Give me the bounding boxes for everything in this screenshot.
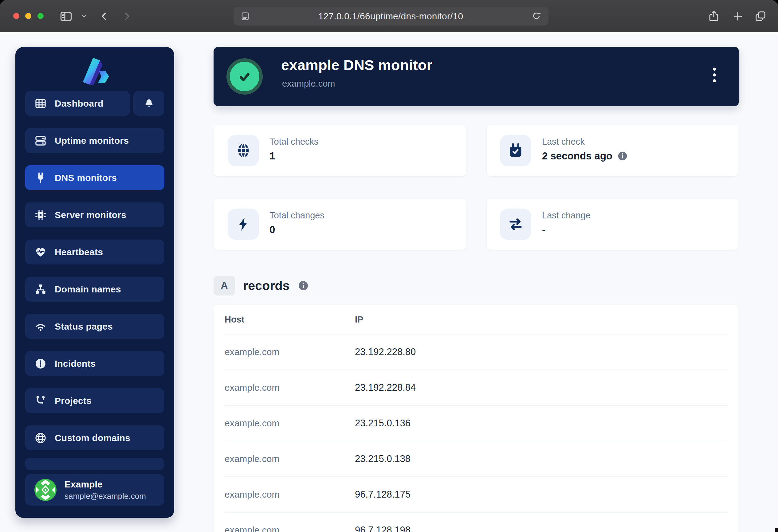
status-up-badge [226,58,263,95]
browser-toolbar: 127.0.0.1/66uptime/dns-monitor/10 [0,0,778,33]
stat-card-last-check: Last check 2 seconds ago [487,125,738,176]
records-title: records [243,279,290,293]
record-type-badge: A [214,276,235,295]
stat-card-total-changes: Total changes 0 [214,199,466,250]
monitor-header-card: example DNS monitor example.com [214,47,739,106]
server-icon [34,135,47,147]
record-ip: 23.215.0.136 [355,418,410,429]
table-row: example.com 23.192.228.84 [225,370,727,406]
globe-solid-icon [235,143,251,159]
monitor-domain: example.com [282,79,335,89]
monitor-options-button[interactable] [708,62,721,88]
address-bar[interactable]: 127.0.0.1/66uptime/dns-monitor/10 [234,7,548,25]
sidebar-item-label: Incidents [55,358,96,369]
user-email: sample@example.com [65,492,146,501]
sidebar-item-projects[interactable]: Projects [25,388,164,413]
sidebar-item-uptime-monitors[interactable]: Uptime monitors [25,128,164,153]
records-section-heading: A records [214,276,309,295]
column-header-host: Host [225,315,355,325]
table-row: example.com 23.215.0.136 [225,406,727,441]
sidebar-item-label: Dashboard [55,98,103,109]
globe-icon [34,432,47,444]
sidebar-item-custom-domains[interactable]: Custom domains [25,425,164,450]
sidebar-item-dashboard[interactable]: Dashboard [25,91,130,116]
column-header-ip: IP [355,315,363,325]
sidebar-item-heartbeats[interactable]: Heartbeats [25,240,164,264]
sidebar-item-label: Heartbeats [55,247,103,257]
stat-label: Last check [542,137,585,147]
sidebar-toggle-icon [59,9,73,23]
stat-card-last-change: Last change - [487,199,738,250]
record-host: example.com [225,382,355,393]
record-host: example.com [225,454,355,464]
browser-window: 127.0.0.1/66uptime/dns-monitor/10 [0,0,778,532]
record-ip: 23.215.0.138 [355,453,410,464]
info-icon[interactable] [298,280,309,291]
info-icon[interactable] [617,151,628,161]
tab-overview-button[interactable] [754,9,768,23]
monitor-title: example DNS monitor [281,57,432,73]
swap-arrows-icon [507,216,524,233]
forward-arrow-icon [122,11,132,21]
chevron-down-icon [81,13,87,19]
stat-value: 2 seconds ago [542,150,612,162]
stat-icon-tile [228,208,259,240]
reload-icon[interactable] [531,11,542,21]
stat-value: - [542,224,545,236]
back-button[interactable] [97,9,111,23]
heart-pulse-icon [34,246,47,258]
screen-corner-artifact [775,528,778,532]
stat-card-total-checks: Total checks 1 [214,125,466,176]
grid-icon [34,97,47,110]
stat-value: 0 [269,224,275,236]
sidebar-item-label: Status pages [55,321,113,332]
close-window-button[interactable] [13,13,19,19]
fullscreen-window-button[interactable] [37,13,44,19]
sidebar-item-label: Uptime monitors [55,136,129,146]
check-icon [235,67,254,86]
records-table: Host IP example.com 23.192.228.80 exampl… [214,305,738,532]
table-row: example.com 23.215.0.138 [225,441,727,477]
sidebar-item-domain-names[interactable]: Domain names [25,277,164,301]
sidebar-item-incidents[interactable]: Incidents [25,351,164,376]
share-button[interactable] [707,9,721,23]
sidebar-item-server-monitors[interactable]: Server monitors [25,202,164,227]
tabs-icon [754,10,767,22]
notifications-button[interactable] [133,91,164,116]
sidebar-item-label: Domain names [55,284,121,294]
sidebar-item-dns-monitors[interactable]: DNS monitors [25,165,164,190]
record-ip: 23.192.228.80 [355,347,416,358]
back-arrow-icon [99,11,109,21]
page-icon [240,11,250,21]
calendar-check-icon [508,143,524,159]
stat-value: 1 [269,150,275,162]
new-tab-button[interactable] [731,9,745,23]
sidebar-item-partial[interactable] [25,458,164,470]
sidebar-menu-chevron[interactable] [77,9,91,23]
alert-circle-icon [34,358,47,370]
bolt-icon [235,216,251,232]
record-host: example.com [225,347,355,357]
stat-label: Total changes [269,210,324,220]
user-name: Example [65,479,146,490]
record-ip: 96.7.128.198 [355,525,410,532]
sidebar-item-label: DNS monitors [55,173,117,183]
sidebar-toggle-button[interactable] [59,9,73,23]
minimize-window-button[interactable] [25,13,31,19]
stat-icon-tile [500,208,531,240]
plug-icon [34,172,47,184]
forward-button[interactable] [120,9,134,23]
user-account-card[interactable]: Example sample@example.com [25,474,164,506]
sidebar-item-label: Server monitors [55,210,126,220]
wifi-icon [34,320,47,333]
bell-icon [144,98,155,109]
sidebar-item-status-pages[interactable]: Status pages [25,314,164,339]
app-logo[interactable] [15,54,174,88]
table-header-row: Host IP [225,305,727,335]
sidebar-nav: Dashboard [25,91,164,463]
kebab-dot [713,68,716,71]
branch-icon [34,395,47,407]
sidebar: Dashboard [15,47,174,518]
stat-icon-tile [500,135,531,166]
stat-label: Total checks [269,137,319,147]
